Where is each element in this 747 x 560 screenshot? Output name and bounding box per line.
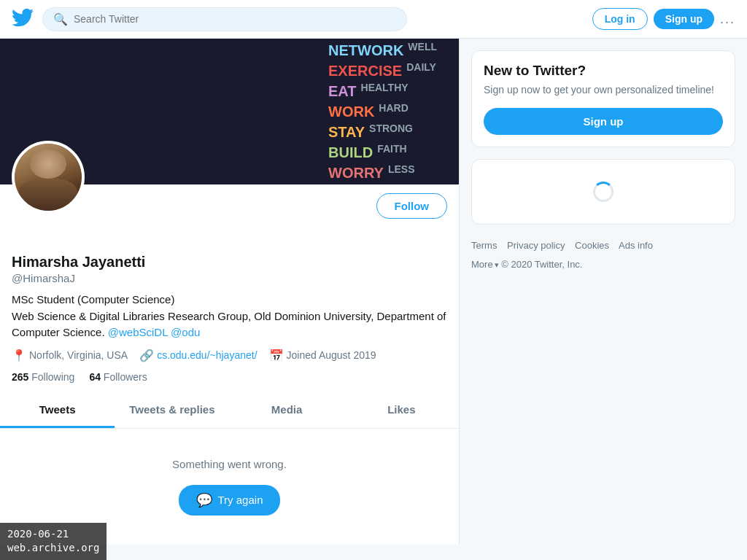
- profile-section: Follow Himarsha Jayanetti @HimarshaJ MSc…: [0, 184, 459, 383]
- bio-link-odu[interactable]: @odu: [171, 326, 200, 338]
- profile-meta: 📍 Norfolk, Virginia, USA 🔗 cs.odu.edu/~h…: [12, 349, 447, 362]
- cover-word-healthy: HEALTHY: [361, 81, 409, 101]
- profile-tabs: Tweets Tweets & replies Media Likes: [0, 393, 459, 429]
- bio-line1: MSc Student (Computer Science): [12, 292, 447, 308]
- following-stat[interactable]: 265 Following: [12, 371, 74, 383]
- follow-button[interactable]: Follow: [376, 193, 448, 219]
- cover-word-network: NETWORK: [328, 40, 403, 61]
- cover-word-strong: STRONG: [369, 122, 413, 142]
- new-to-twitter-title: New to Twitter?: [484, 63, 723, 79]
- cover-word-eat: EAT: [328, 81, 357, 101]
- cover-motivational-text: THINKPOSITIVELY NETWORKWELL EXERCISEDAIL…: [328, 39, 437, 184]
- cover-word-well: WELL: [408, 40, 437, 61]
- tab-tweets[interactable]: Tweets: [0, 393, 115, 428]
- cover-word-daily: DAILY: [406, 61, 436, 81]
- bio-line2: Web Science & Digital Libraries Research…: [12, 308, 447, 341]
- wayback-url: web.archive.org: [7, 541, 99, 544]
- calendar-icon: 📅: [269, 349, 284, 362]
- cover-word-exercise: EXERCISE: [328, 61, 402, 81]
- website-link[interactable]: cs.odu.edu/~hjayanet/: [157, 349, 257, 361]
- sidebar-signup-button[interactable]: Sign up: [484, 108, 723, 135]
- search-bar[interactable]: 🔍: [42, 7, 407, 31]
- cover-word-worry: WORRY: [328, 163, 384, 183]
- profile-bio: MSc Student (Computer Science) Web Scien…: [12, 292, 447, 341]
- more-options-button[interactable]: ...: [720, 12, 735, 27]
- wayback-stamp: 2020-06-21 web.archive.org: [0, 523, 107, 545]
- bio-link-websciDL[interactable]: @webSciDL: [108, 326, 168, 338]
- loading-card: [471, 159, 735, 225]
- login-button[interactable]: Log in: [592, 8, 648, 30]
- new-to-twitter-card: New to Twitter? Sign up now to get your …: [471, 50, 735, 147]
- main-column: THINKPOSITIVELY NETWORKWELL EXERCISEDAIL…: [0, 39, 460, 545]
- terms-link[interactable]: Terms: [471, 240, 497, 251]
- twitter-logo-icon[interactable]: [12, 7, 34, 31]
- location-icon: 📍: [12, 349, 26, 362]
- cover-word-stay: STAY: [328, 122, 365, 142]
- profile-location: 📍 Norfolk, Virginia, USA: [12, 349, 128, 362]
- ads-info-link[interactable]: Ads info: [619, 240, 653, 251]
- privacy-link[interactable]: Privacy policy: [507, 240, 565, 251]
- footer-copyright: © 2020 Twitter, Inc.: [501, 259, 582, 270]
- signup-button[interactable]: Sign up: [654, 9, 714, 29]
- footer-links: Terms Privacy policy Cookies Ads info Mo…: [471, 236, 735, 274]
- header-actions: Log in Sign up ...: [592, 8, 735, 30]
- avatar: [12, 141, 85, 214]
- tab-tweets-replies[interactable]: Tweets & replies: [115, 393, 229, 428]
- cover-word-hard: HARD: [379, 101, 408, 122]
- try-again-label: Try again: [218, 494, 263, 506]
- profile-join-date: 📅 Joined August 2019: [269, 349, 376, 362]
- profile-website[interactable]: 🔗 cs.odu.edu/~hjayanet/: [139, 349, 257, 362]
- cookies-link[interactable]: Cookies: [575, 240, 609, 251]
- loading-spinner: [593, 182, 614, 202]
- sidebar: New to Twitter? Sign up now to get your …: [460, 39, 747, 545]
- footer-more-label: More: [471, 255, 493, 274]
- wayback-date: 2020-06-21: [7, 527, 99, 542]
- profile-handle: @HimarshaJ: [12, 272, 447, 284]
- new-to-twitter-description: Sign up now to get your own personalized…: [484, 83, 723, 98]
- error-message: Something went wrong.: [12, 458, 447, 470]
- header: 🔍 Log in Sign up ...: [0, 0, 747, 39]
- search-input[interactable]: [74, 13, 396, 25]
- search-icon: 🔍: [53, 12, 68, 26]
- tab-media[interactable]: Media: [230, 393, 344, 428]
- tab-likes[interactable]: Likes: [344, 393, 459, 428]
- try-again-button[interactable]: 💬 Try again: [179, 485, 281, 516]
- retry-icon: 💬: [196, 492, 212, 508]
- cover-word-faith: FAITH: [377, 142, 406, 163]
- cover-word-less: LESS: [388, 163, 415, 183]
- footer-more-button[interactable]: More ▾: [471, 255, 499, 274]
- followers-stat[interactable]: 64 Followers: [89, 371, 147, 383]
- avatar-image: [15, 144, 82, 211]
- link-icon: 🔗: [139, 349, 154, 362]
- page-layout: THINKPOSITIVELY NETWORKWELL EXERCISEDAIL…: [0, 39, 747, 545]
- profile-name: Himarsha Jayanetti: [12, 254, 447, 271]
- cover-word-work: WORK: [328, 101, 374, 122]
- cover-word-build: BUILD: [328, 142, 373, 163]
- profile-stats: 265 Following 64 Followers: [12, 371, 447, 383]
- chevron-down-icon: ▾: [495, 257, 499, 273]
